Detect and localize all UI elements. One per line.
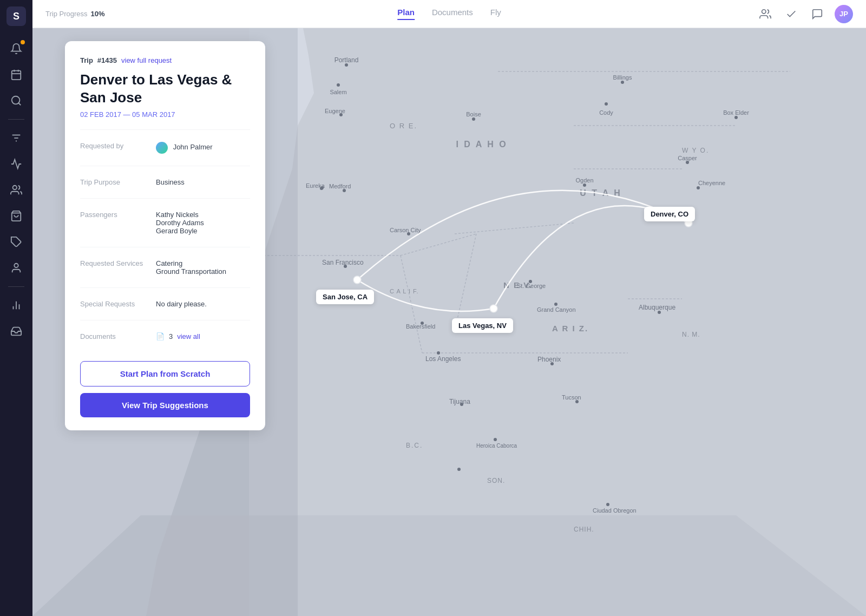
sidebar-item-person[interactable] [4, 256, 28, 280]
avatar[interactable]: JP [835, 5, 853, 23]
start-plan-scratch-button[interactable]: Start Plan from Scratch [80, 361, 250, 386]
svg-point-92 [353, 276, 361, 284]
svg-text:B.C.: B.C. [406, 442, 423, 449]
divider-2 [80, 166, 250, 166]
view-full-request-link[interactable]: view full request [121, 56, 172, 64]
sidebar-item-analytics[interactable] [4, 152, 28, 176]
svg-point-39 [337, 83, 340, 87]
sidebar-divider-1 [8, 119, 24, 120]
svg-text:Salem: Salem [330, 89, 346, 95]
svg-point-4 [12, 96, 20, 104]
divider-4 [80, 247, 250, 247]
docs-view-all-link[interactable]: view all [177, 332, 200, 340]
svg-text:O R E.: O R E. [390, 122, 417, 130]
svg-point-9 [13, 186, 17, 189]
field-value-requested-services: Catering Ground Transportation [156, 259, 250, 276]
svg-text:Carson City: Carson City [390, 227, 421, 233]
svg-text:Los Angeles: Los Angeles [425, 355, 461, 363]
sidebar-item-barchart[interactable] [4, 293, 28, 317]
svg-point-86 [494, 438, 497, 441]
field-label-documents: Documents [80, 332, 156, 340]
field-value-special-requests: No dairy please. [156, 300, 250, 308]
svg-text:Eureka: Eureka [306, 182, 325, 189]
service-2: Ground Transportation [156, 267, 250, 276]
svg-text:Casper: Casper [678, 155, 697, 161]
card-title: Denver to Las Vegas & San Jose [80, 71, 250, 106]
card-panel: Trip #1435 view full request Denver to L… [32, 28, 298, 616]
field-value-requested-by: John Palmer [156, 142, 250, 154]
svg-text:Portland: Portland [334, 56, 359, 64]
card-dates: 02 FEB 2017 — 05 MAR 2017 [80, 110, 250, 119]
sidebar-item-calendar[interactable] [4, 63, 28, 87]
sidebar-item-notifications[interactable] [4, 37, 28, 61]
field-requested-services: Requested Services Catering Ground Trans… [80, 254, 250, 281]
svg-text:Heroica Caborca: Heroica Caborca [476, 443, 517, 449]
document-icon: 📄 [156, 332, 165, 340]
field-value-passengers: Kathy Nickels Dorothy Adams Gerard Boyle [156, 211, 250, 235]
team-icon-btn[interactable] [757, 5, 774, 23]
sidebar-item-people[interactable] [4, 178, 28, 202]
svg-text:Boise: Boise [466, 111, 481, 117]
map-label-san-jose: San Jose, CA [316, 290, 374, 304]
docs-value: 📄 3 view all [156, 332, 250, 340]
svg-point-58 [697, 186, 700, 189]
passenger-2: Dorothy Adams [156, 219, 250, 227]
nav-right: JP [757, 5, 853, 23]
svg-text:CHIH.: CHIH. [574, 526, 594, 533]
svg-text:Eugene: Eugene [325, 108, 345, 114]
sidebar-item-tag[interactable] [4, 230, 28, 254]
svg-text:Ciudad Obregon: Ciudad Obregon [593, 507, 637, 514]
svg-point-12 [14, 264, 18, 267]
svg-point-56 [583, 184, 586, 187]
svg-text:N. M.: N. M. [682, 331, 700, 338]
svg-point-16 [762, 9, 766, 13]
passenger-3: Gerard Boyle [156, 227, 250, 235]
sidebar-item-inbox[interactable] [4, 319, 28, 343]
field-passengers: Passengers Kathy Nickels Dorothy Adams G… [80, 205, 250, 240]
svg-point-68 [554, 303, 557, 306]
tab-plan[interactable]: Plan [397, 8, 415, 20]
svg-text:Cheyenne: Cheyenne [698, 180, 725, 186]
sidebar-item-filters[interactable] [4, 126, 28, 150]
check-icon-btn[interactable] [783, 5, 800, 23]
svg-text:Ogden: Ogden [575, 177, 593, 184]
svg-point-72 [437, 351, 440, 355]
tab-documents[interactable]: Documents [432, 8, 473, 20]
svg-point-46 [472, 117, 475, 121]
svg-point-82 [457, 468, 461, 471]
field-label-special-requests: Special Requests [80, 300, 156, 308]
main-content: Trip Progress 10% Plan Documents Fly [32, 0, 866, 616]
map-label-denver: Denver, CO [644, 207, 695, 221]
view-trip-suggestions-button[interactable]: View Trip Suggestions [80, 393, 250, 417]
content-area: I D A H O O R E. U T A H W Y O. N E V. C… [32, 28, 866, 616]
sidebar-item-search[interactable] [4, 89, 28, 113]
svg-text:Medford: Medford [329, 183, 351, 189]
notification-dot [21, 40, 25, 44]
map-label-las-vegas: Las Vegas, NV [452, 318, 513, 333]
svg-text:Grand Canyon: Grand Canyon [537, 306, 576, 313]
svg-text:San Francisco: San Francisco [322, 259, 364, 266]
sidebar: S [0, 0, 32, 616]
trip-number: #1435 [97, 56, 117, 64]
app-logo[interactable]: S [6, 6, 26, 26]
divider-5 [80, 287, 250, 288]
svg-point-88 [606, 503, 609, 506]
svg-text:A R I Z.: A R I Z. [552, 324, 588, 333]
tab-fly[interactable]: Fly [490, 8, 501, 20]
svg-text:Billings: Billings [613, 74, 632, 81]
field-special-requests: Special Requests No dairy please. [80, 294, 250, 313]
svg-text:C A L I F.: C A L I F. [390, 288, 419, 294]
field-trip-purpose: Trip Purpose Business [80, 173, 250, 192]
svg-point-48 [621, 81, 624, 84]
field-value-trip-purpose: Business [156, 178, 250, 186]
topnav: Trip Progress 10% Plan Documents Fly [32, 0, 866, 28]
passenger-1: Kathy Nickels [156, 211, 250, 219]
field-label-requested-by: Requested by [80, 142, 156, 150]
trip-reference: Trip #1435 view full request [80, 56, 250, 64]
chat-icon-btn[interactable] [809, 5, 826, 23]
avatar-initials: JP [835, 5, 853, 23]
requester-avatar [156, 142, 168, 154]
svg-text:St. George: St. George [517, 283, 546, 289]
sidebar-item-shop[interactable] [4, 204, 28, 228]
svg-point-52 [734, 116, 738, 119]
